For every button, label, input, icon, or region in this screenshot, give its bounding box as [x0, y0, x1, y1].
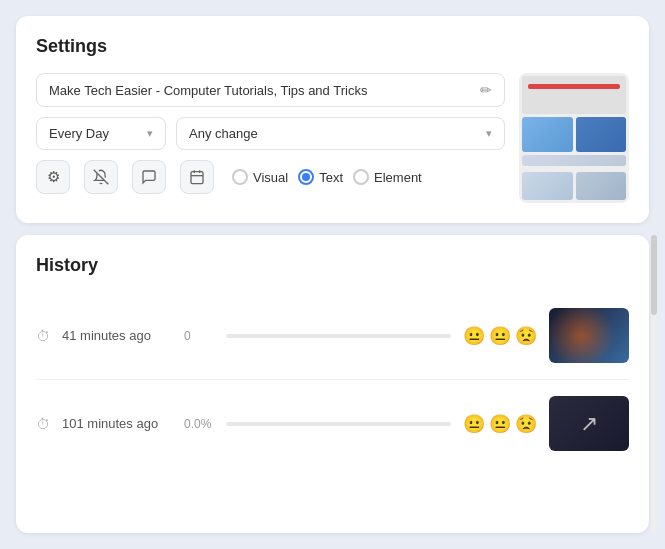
history-title: History	[36, 255, 629, 276]
history-item: ⏱ 41 minutes ago 0 😐 😐 😟	[36, 292, 629, 380]
radio-text-circle	[298, 169, 314, 185]
icons-radio-row: ⚙	[36, 160, 505, 194]
dropdowns-row: Every Day ▾ Any change ▾	[36, 117, 505, 150]
settings-title: Settings	[36, 36, 629, 57]
radio-element[interactable]: Element	[353, 169, 422, 185]
emoji-neutral[interactable]: 😐	[463, 325, 485, 347]
change-value: 0.0%	[184, 417, 214, 431]
calendar-button[interactable]	[180, 160, 214, 194]
scrollbar-thumb[interactable]	[651, 235, 657, 315]
change-value: 0	[184, 329, 214, 343]
radio-text-label: Text	[319, 170, 343, 185]
thumb-small-1	[522, 117, 573, 152]
radio-text[interactable]: Text	[298, 169, 343, 185]
history-thumbnail-2	[549, 396, 629, 451]
radio-element-label: Element	[374, 170, 422, 185]
emoji-sad[interactable]: 😟	[515, 325, 537, 347]
chevron-down-icon: ▾	[486, 127, 492, 140]
radio-element-circle	[353, 169, 369, 185]
history-thumbnail-1	[549, 308, 629, 363]
radio-visual-label: Visual	[253, 170, 288, 185]
svg-line-0	[94, 170, 109, 185]
settings-card: Settings Make Tech Easier - Computer Tut…	[16, 16, 649, 223]
radio-visual-circle	[232, 169, 248, 185]
gear-button[interactable]: ⚙	[36, 160, 70, 194]
change-label: Any change	[189, 126, 258, 141]
view-type-radio-group: Visual Text Element	[232, 169, 422, 185]
thumb-middle	[519, 117, 629, 152]
thumb-lower	[519, 172, 629, 203]
edit-icon[interactable]: ✏	[480, 82, 492, 98]
emoji-sad[interactable]: 😟	[515, 413, 537, 435]
svg-rect-1	[191, 172, 203, 184]
time-label: 101 minutes ago	[62, 416, 172, 431]
clock-icon: ⏱	[36, 416, 50, 432]
emoji-group: 😐 😐 😟	[463, 325, 537, 347]
clock-icon: ⏱	[36, 328, 50, 344]
settings-left: Make Tech Easier - Computer Tutorials, T…	[36, 73, 505, 194]
thumb-small-3	[522, 172, 573, 200]
change-dropdown[interactable]: Any change ▾	[176, 117, 505, 150]
history-item: ⏱ 101 minutes ago 0.0% 😐 😐 😟	[36, 380, 629, 467]
frequency-dropdown[interactable]: Every Day ▾	[36, 117, 166, 150]
emoji-neutral[interactable]: 😐	[463, 413, 485, 435]
thumb-small-4	[576, 172, 627, 200]
settings-content: Make Tech Easier - Computer Tutorials, T…	[36, 73, 629, 203]
time-label: 41 minutes ago	[62, 328, 172, 343]
comment-button[interactable]	[132, 160, 166, 194]
emoji-neutral-2[interactable]: 😐	[489, 413, 511, 435]
radio-visual[interactable]: Visual	[232, 169, 288, 185]
url-text: Make Tech Easier - Computer Tutorials, T…	[49, 83, 472, 98]
frequency-label: Every Day	[49, 126, 109, 141]
url-row[interactable]: Make Tech Easier - Computer Tutorials, T…	[36, 73, 505, 107]
emoji-neutral-2[interactable]: 😐	[489, 325, 511, 347]
scrollbar-track[interactable]	[651, 235, 657, 533]
thumb-small-2	[576, 117, 627, 152]
history-items: ⏱ 41 minutes ago 0 😐 😐 😟 ⏱ 101 minutes a…	[36, 292, 629, 467]
progress-bar	[226, 334, 451, 338]
emoji-group: 😐 😐 😟	[463, 413, 537, 435]
thumb-bottom	[522, 155, 626, 166]
progress-bar	[226, 422, 451, 426]
thumb-top	[522, 76, 626, 114]
bell-off-button[interactable]	[84, 160, 118, 194]
page-thumbnail-preview	[519, 73, 629, 203]
history-card: History ⏱ 41 minutes ago 0 😐 😐 😟 ⏱ 101 m…	[16, 235, 649, 533]
chevron-down-icon: ▾	[147, 127, 153, 140]
